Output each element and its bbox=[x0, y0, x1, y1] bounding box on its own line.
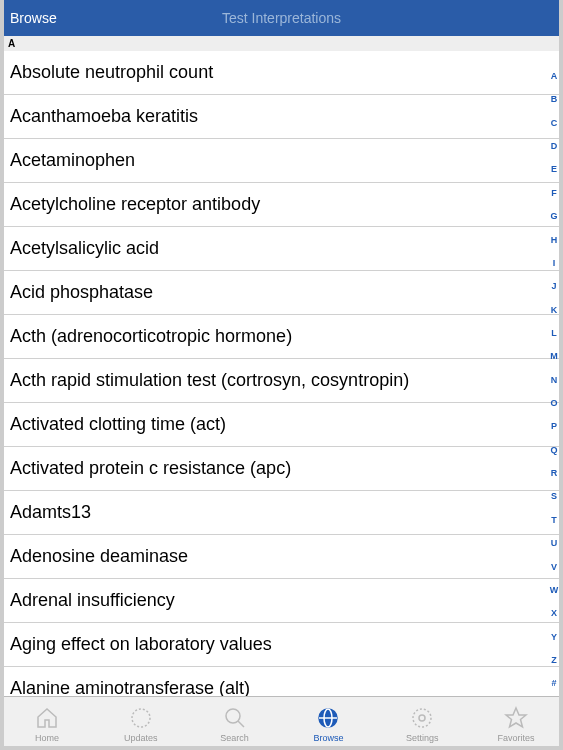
section-header: A bbox=[0, 36, 563, 51]
index-letter[interactable]: F bbox=[551, 187, 557, 200]
index-letter[interactable]: J bbox=[551, 280, 556, 293]
tab-bar: Home Updates Search Browse Settings Favo… bbox=[0, 696, 563, 750]
svg-line-2 bbox=[238, 721, 244, 727]
list-item[interactable]: Adenosine deaminase bbox=[0, 535, 563, 579]
tab-label: Updates bbox=[124, 733, 158, 743]
svg-point-7 bbox=[419, 715, 425, 721]
index-letter[interactable]: Q bbox=[550, 444, 557, 457]
list-item[interactable]: Acetylcholine receptor antibody bbox=[0, 183, 563, 227]
list-item[interactable]: Acanthamoeba keratitis bbox=[0, 95, 563, 139]
list-item[interactable]: Acetaminophen bbox=[0, 139, 563, 183]
tab-label: Favorites bbox=[498, 733, 535, 743]
search-icon bbox=[222, 705, 248, 731]
index-letter[interactable]: G bbox=[550, 210, 557, 223]
tab-search[interactable]: Search bbox=[188, 697, 282, 750]
index-letter[interactable]: K bbox=[551, 304, 558, 317]
list-item[interactable]: Acth (adrenocorticotropic hormone) bbox=[0, 315, 563, 359]
test-list: Absolute neutrophil countAcanthamoeba ke… bbox=[0, 51, 563, 696]
index-letter[interactable]: L bbox=[551, 327, 557, 340]
list-item[interactable]: Activated clotting time (act) bbox=[0, 403, 563, 447]
list-item[interactable]: Activated protein c resistance (apc) bbox=[0, 447, 563, 491]
index-letter[interactable]: T bbox=[551, 514, 557, 527]
tab-label: Browse bbox=[313, 733, 343, 743]
index-letter[interactable]: X bbox=[551, 607, 557, 620]
index-letter[interactable]: D bbox=[551, 140, 558, 153]
tab-settings[interactable]: Settings bbox=[375, 697, 469, 750]
page-title: Test Interpretations bbox=[222, 10, 341, 26]
list-item[interactable]: Alanine aminotransferase (alt) bbox=[0, 667, 563, 696]
index-letter[interactable]: A bbox=[551, 70, 558, 83]
tab-home[interactable]: Home bbox=[0, 697, 94, 750]
list-item[interactable]: Acetylsalicylic acid bbox=[0, 227, 563, 271]
back-button[interactable]: Browse bbox=[0, 10, 57, 26]
home-icon bbox=[34, 705, 60, 731]
svg-point-0 bbox=[132, 709, 150, 727]
index-letter[interactable]: P bbox=[551, 420, 557, 433]
list-item[interactable]: Acth rapid stimulation test (cortrosyn, … bbox=[0, 359, 563, 403]
index-letter[interactable]: V bbox=[551, 561, 557, 574]
index-letter[interactable]: # bbox=[551, 677, 556, 690]
tab-browse[interactable]: Browse bbox=[281, 697, 375, 750]
tab-updates[interactable]: Updates bbox=[94, 697, 188, 750]
tab-label: Settings bbox=[406, 733, 439, 743]
index-letter[interactable]: N bbox=[551, 374, 558, 387]
svg-point-6 bbox=[413, 709, 431, 727]
list-item[interactable]: Adrenal insufficiency bbox=[0, 579, 563, 623]
index-letter[interactable]: H bbox=[551, 234, 558, 247]
svg-point-1 bbox=[226, 709, 240, 723]
list-item[interactable]: Acid phosphatase bbox=[0, 271, 563, 315]
tab-favorites[interactable]: Favorites bbox=[469, 697, 563, 750]
tab-label: Home bbox=[35, 733, 59, 743]
index-letter[interactable]: R bbox=[551, 467, 558, 480]
list-item[interactable]: Aging effect on laboratory values bbox=[0, 623, 563, 667]
index-letter[interactable]: S bbox=[551, 490, 557, 503]
alpha-index[interactable]: ABCDEFGHIJKLMNOPQRSTUVWXYZ# bbox=[547, 70, 561, 690]
index-letter[interactable]: U bbox=[551, 537, 558, 550]
globe-icon bbox=[315, 705, 341, 731]
navbar: Browse Test Interpretations bbox=[0, 0, 563, 36]
index-letter[interactable]: I bbox=[553, 257, 556, 270]
index-letter[interactable]: O bbox=[550, 397, 557, 410]
index-letter[interactable]: C bbox=[551, 117, 558, 130]
content-area: A Absolute neutrophil countAcanthamoeba … bbox=[0, 36, 563, 696]
index-letter[interactable]: B bbox=[551, 93, 558, 106]
tab-label: Search bbox=[220, 733, 249, 743]
list-item[interactable]: Absolute neutrophil count bbox=[0, 51, 563, 95]
index-letter[interactable]: W bbox=[550, 584, 559, 597]
list-item[interactable]: Adamts13 bbox=[0, 491, 563, 535]
index-letter[interactable]: Y bbox=[551, 631, 557, 644]
star-icon bbox=[503, 705, 529, 731]
index-letter[interactable]: Z bbox=[551, 654, 557, 667]
index-letter[interactable]: M bbox=[550, 350, 558, 363]
index-letter[interactable]: E bbox=[551, 163, 557, 176]
gear-icon bbox=[409, 705, 435, 731]
updates-icon bbox=[128, 705, 154, 731]
